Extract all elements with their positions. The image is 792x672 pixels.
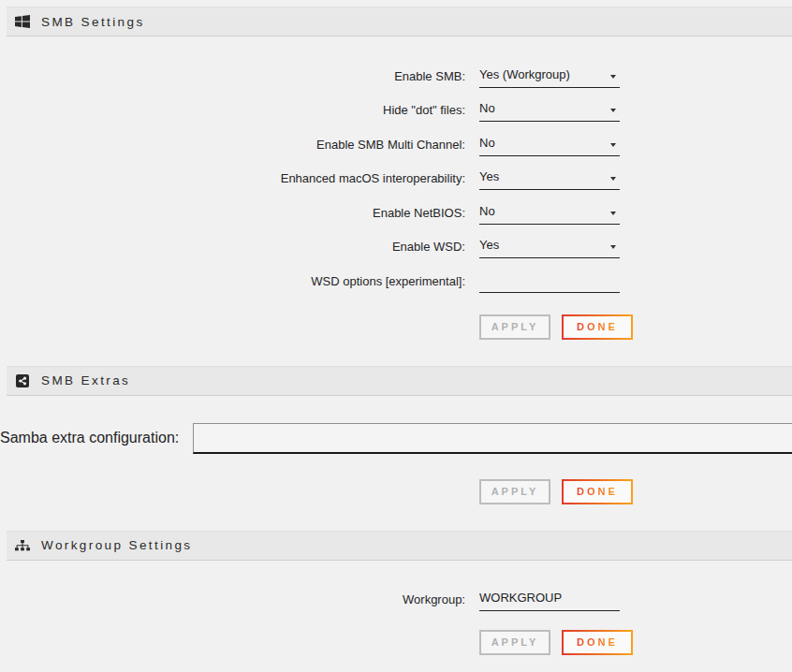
field-label: Enable NetBIOS: (0, 206, 465, 220)
apply-button-label: APPLY (491, 321, 539, 332)
form-row: Enable WSD: Yes (0, 230, 792, 265)
field-label: WSD options [experimental]: (0, 274, 465, 288)
select-value: Yes (479, 238, 499, 252)
form-row: Workgroup: (0, 583, 792, 617)
done-button[interactable]: DONE (562, 630, 633, 655)
apply-button[interactable]: APPLY (479, 314, 550, 340)
form-row: Enable SMB: Yes (Workgroup) (0, 59, 792, 94)
select-value: Yes (479, 169, 499, 183)
select-value: No (479, 101, 495, 115)
apply-button-label: APPLY (491, 636, 539, 648)
done-button-label: DONE (577, 321, 618, 332)
samba-extra-config-textarea[interactable] (193, 423, 792, 454)
smb-extras-header: SMB Extras (7, 366, 792, 396)
field-label: Workgroup: (0, 592, 465, 606)
form-row: Samba extra configuration: (0, 423, 792, 454)
select-value: Yes (Workgroup) (479, 67, 570, 81)
chevron-down-icon (610, 143, 616, 147)
field-label: Enable WSD: (0, 240, 465, 254)
field-label: Samba extra configuration: (0, 430, 179, 446)
chevron-down-icon (610, 245, 616, 249)
apply-button[interactable]: APPLY (479, 479, 550, 504)
section-title: SMB Settings (41, 15, 145, 29)
hide-dot-files-select[interactable]: No (479, 98, 620, 122)
section-title: Workgroup Settings (41, 538, 193, 552)
workgroup-input[interactable] (479, 588, 620, 611)
field-label: Hide "dot" files: (0, 103, 465, 117)
smb-settings-header: SMB Settings (7, 7, 792, 37)
form-row: WSD options [experimental]: (0, 264, 792, 299)
select-value: No (479, 204, 495, 218)
field-label: Enable SMB: (0, 69, 465, 83)
windows-icon (14, 15, 30, 28)
smb-settings-section: SMB Settings Enable SMB: Yes (Workgroup)… (0, 7, 792, 340)
chevron-down-icon (610, 109, 616, 112)
form-row: Enable NetBIOS: No (0, 196, 792, 230)
done-button-label: DONE (577, 636, 618, 648)
chevron-down-icon (610, 75, 616, 79)
share-alt-square-icon (14, 374, 30, 387)
section-title: SMB Extras (41, 373, 130, 387)
done-button[interactable]: DONE (562, 479, 633, 504)
sitemap-icon (14, 540, 30, 551)
workgroup-settings-section: Workgroup Settings Workgroup: APPLY DONE (0, 531, 792, 655)
apply-button[interactable]: APPLY (479, 630, 550, 655)
select-value: No (479, 136, 495, 150)
field-label: Enable SMB Multi Channel: (0, 138, 465, 152)
smb-multi-channel-select[interactable]: No (479, 133, 620, 156)
enable-smb-select[interactable]: Yes (Workgroup) (479, 65, 620, 88)
smb-extras-section: SMB Extras Samba extra configuration: AP… (0, 366, 792, 504)
done-button-label: DONE (577, 486, 618, 497)
netbios-select[interactable]: No (479, 201, 620, 225)
wsd-options-input[interactable] (479, 270, 620, 293)
apply-button-label: APPLY (491, 486, 539, 497)
macos-interoperability-select[interactable]: Yes (479, 167, 620, 190)
chevron-down-icon (610, 212, 616, 215)
chevron-down-icon (610, 177, 616, 181)
form-row: Enable SMB Multi Channel: No (0, 127, 792, 162)
done-button[interactable]: DONE (562, 314, 633, 340)
form-row: Hide "dot" files: No (0, 94, 792, 128)
form-row: Enhanced macOS interoperability: Yes (0, 162, 792, 197)
field-label: Enhanced macOS interoperability: (0, 171, 465, 185)
wsd-select[interactable]: Yes (479, 235, 620, 258)
workgroup-settings-header: Workgroup Settings (7, 531, 792, 561)
